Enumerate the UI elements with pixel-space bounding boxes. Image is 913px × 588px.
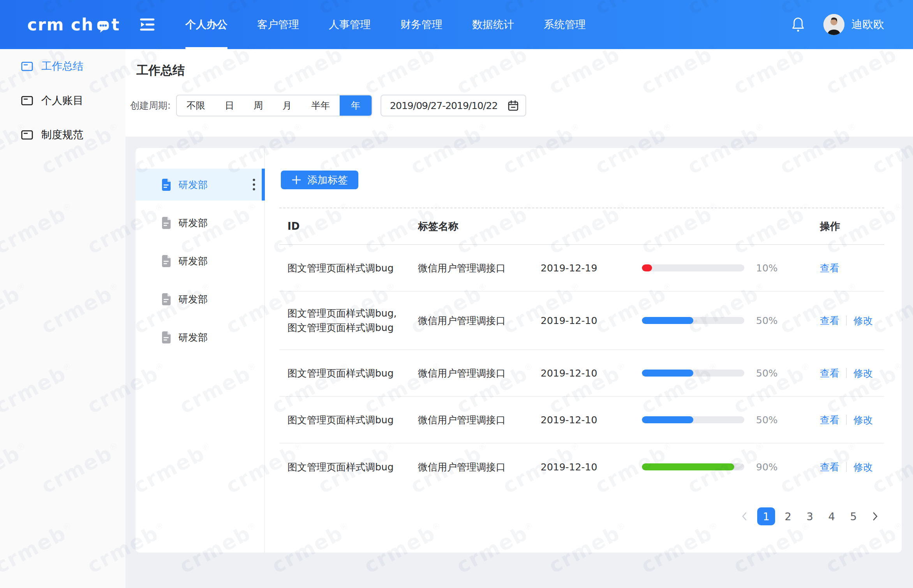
navbar-menu: 个人办公客户管理人事管理财务管理数据统计系统管理 xyxy=(171,0,601,49)
tree-item-label: 研发部 xyxy=(178,178,208,191)
period-option-月[interactable]: 月 xyxy=(273,95,301,116)
progress-track xyxy=(642,463,744,470)
add-tag-button[interactable]: 添加标签 xyxy=(281,171,358,189)
sidebar-item-制度规范[interactable]: 制度规范 xyxy=(0,118,125,152)
nav-item-系统管理[interactable]: 系统管理 xyxy=(529,0,601,49)
progress-track xyxy=(642,317,744,324)
page-number-2[interactable]: 2 xyxy=(779,507,797,525)
action-divider xyxy=(846,368,847,378)
action-link-查看[interactable]: 查看 xyxy=(820,262,839,275)
window-icon xyxy=(21,95,33,106)
pagination-next-icon[interactable] xyxy=(866,507,884,525)
table-row: 图文管理页面样式调bug微信用户管理调接口2019-12-1090%查看修改 xyxy=(279,444,884,490)
nav-item-人事管理[interactable]: 人事管理 xyxy=(314,0,386,49)
pagination-pages: 12345 xyxy=(757,507,862,525)
nav-item-财务管理[interactable]: 财务管理 xyxy=(386,0,457,49)
progress-bar xyxy=(642,463,744,470)
sidebar: 工作总结个人账目制度规范 xyxy=(0,49,125,588)
chat-bubble-icon xyxy=(96,18,110,33)
cell-id: 图文管理页面样式调bug xyxy=(287,261,418,275)
top-navbar: crm cht 个人办公客户管理人事管理财务管理数据统计系统管理 迪欧欧 xyxy=(0,0,913,49)
tree-item-1[interactable]: 研发部 xyxy=(136,207,264,239)
progress-track xyxy=(642,416,744,423)
tree-item-4[interactable]: 研发部 xyxy=(136,321,264,353)
nav-item-数据统计[interactable]: 数据统计 xyxy=(457,0,529,49)
notification-bell-icon[interactable] xyxy=(791,16,805,33)
action-link-修改[interactable]: 修改 xyxy=(853,367,873,380)
user-avatar[interactable] xyxy=(823,14,844,35)
progress-bar xyxy=(642,416,744,423)
page-number-1[interactable]: 1 xyxy=(757,507,775,525)
page-title: 工作总结 xyxy=(136,62,185,79)
id-line: 图文管理页面样式调bug xyxy=(287,413,418,427)
action-link-查看[interactable]: 查看 xyxy=(820,367,839,380)
table-panel: 添加标签 ID 标签名称 操作 图文管理页面样式调bug微信用户管理调接口201… xyxy=(265,148,902,553)
cell-tag-name: 微信用户管理调接口 xyxy=(418,367,541,380)
cell-date: 2019-12-10 xyxy=(541,315,642,326)
col-header-id: ID xyxy=(287,220,418,232)
document-icon xyxy=(160,217,172,229)
tree-item-3[interactable]: 研发部 xyxy=(136,283,264,315)
cell-date: 2019-12-10 xyxy=(541,368,642,379)
nav-item-个人办公[interactable]: 个人办公 xyxy=(171,0,242,49)
progress-fill xyxy=(642,463,734,470)
pagination-prev-icon[interactable] xyxy=(735,507,753,525)
id-line: 图文管理页面样式调bug xyxy=(287,261,418,275)
action-link-修改[interactable]: 修改 xyxy=(853,314,873,327)
action-divider xyxy=(846,315,847,326)
cell-id: 图文管理页面样式调bug xyxy=(287,460,418,474)
tree-item-label: 研发部 xyxy=(178,331,208,344)
nav-item-客户管理[interactable]: 客户管理 xyxy=(242,0,314,49)
id-line: 图文管理页面样式调bug xyxy=(287,366,418,380)
cell-date: 2019-12-10 xyxy=(541,461,642,473)
col-header-tag-name: 标签名称 xyxy=(418,220,541,233)
action-divider xyxy=(846,415,847,425)
progress-fill xyxy=(642,370,693,377)
page-number-3[interactable]: 3 xyxy=(801,507,819,525)
table-header-row: ID 标签名称 操作 xyxy=(279,208,884,245)
id-line: 图文管理页面样式调bug xyxy=(287,460,418,474)
period-option-半年[interactable]: 半年 xyxy=(301,95,340,116)
sidebar-item-工作总结[interactable]: 工作总结 xyxy=(0,49,125,83)
action-link-修改[interactable]: 修改 xyxy=(853,461,873,474)
page-header: 工作总结 创建周期: 不限日周月半年年 2019/09/27-2019/10/2… xyxy=(125,49,913,137)
tree-item-0[interactable]: 研发部 xyxy=(136,169,264,201)
cell-tag-name: 微信用户管理调接口 xyxy=(418,262,541,275)
tree-item-2[interactable]: 研发部 xyxy=(136,245,264,277)
period-option-年[interactable]: 年 xyxy=(340,95,372,116)
more-menu-icon[interactable] xyxy=(252,178,256,191)
page-number-4[interactable]: 4 xyxy=(823,507,841,525)
page-number-5[interactable]: 5 xyxy=(844,507,862,525)
cell-id: 图文管理页面样式调bug,图文管理页面样式调bug xyxy=(287,306,418,335)
cell-actions: 查看 xyxy=(820,262,884,275)
progress-percent: 10% xyxy=(744,262,820,274)
cell-date: 2019-12-10 xyxy=(541,414,642,426)
action-link-查看[interactable]: 查看 xyxy=(820,461,839,474)
tags-table: ID 标签名称 操作 图文管理页面样式调bug微信用户管理调接口2019-12-… xyxy=(279,208,884,490)
id-line: 图文管理页面样式调bug xyxy=(287,320,418,335)
period-option-不限[interactable]: 不限 xyxy=(177,95,215,116)
period-option-日[interactable]: 日 xyxy=(215,95,244,116)
sidebar-item-个人账目[interactable]: 个人账目 xyxy=(0,83,125,118)
calendar-icon xyxy=(507,100,519,112)
table-row: 图文管理页面样式调bug微信用户管理调接口2019-12-1050%查看修改 xyxy=(279,350,884,397)
action-divider xyxy=(846,462,847,472)
action-link-查看[interactable]: 查看 xyxy=(820,414,839,426)
action-link-修改[interactable]: 修改 xyxy=(853,414,873,426)
user-name[interactable]: 迪欧欧 xyxy=(851,17,884,32)
cell-actions: 查看修改 xyxy=(820,414,884,426)
date-range-picker[interactable]: 2019/09/27-2019/10/22 xyxy=(381,95,526,116)
id-line: 图文管理页面样式调bug, xyxy=(287,306,418,320)
brand-logo-text-pre: crm ch xyxy=(27,15,94,34)
date-range-value: 2019/09/27-2019/10/22 xyxy=(390,100,507,111)
table-row: 图文管理页面样式调bug微信用户管理调接口2019-12-1050%查看修改 xyxy=(279,397,884,444)
tree-item-label: 研发部 xyxy=(178,255,208,268)
document-icon xyxy=(160,331,172,344)
menu-fold-icon[interactable] xyxy=(135,12,160,37)
filter-label: 创建周期: xyxy=(130,99,171,112)
window-icon xyxy=(21,61,33,72)
period-option-周[interactable]: 周 xyxy=(244,95,273,116)
cell-tag-name: 微信用户管理调接口 xyxy=(418,414,541,426)
col-header-actions: 操作 xyxy=(820,220,884,233)
action-link-查看[interactable]: 查看 xyxy=(820,314,839,327)
